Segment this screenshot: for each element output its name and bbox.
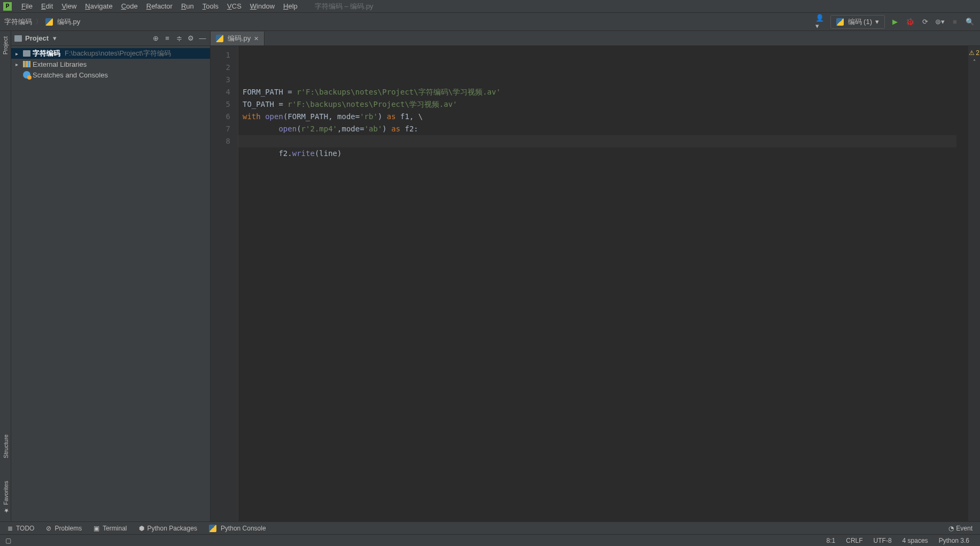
gear-icon[interactable]: ⚙ [186,34,195,42]
breadcrumb-file[interactable]: 编码.py [57,17,80,27]
debug-button[interactable]: 🐞 [905,17,915,27]
tree-item-label: Scratches and Consoles [33,71,108,79]
terminal-tool[interactable]: ▣ Terminal [94,525,127,532]
python-file-icon [45,18,53,26]
expand-arrow-icon[interactable]: ▸ [15,51,21,57]
warning-icon: ⚠ [969,49,975,57]
structure-tool-tab[interactable]: Structure [1,431,10,462]
caret-position[interactable]: 8:1 [821,537,841,544]
project-root-node[interactable]: ▸ 字符编码 F:\backups\notes\Project\字符编码 [11,48,210,59]
line-number[interactable]: 1 [211,49,238,61]
project-panel: Project ▾ ⊕ ≡ ≑ ⚙ — ▸ 字符编码 F:\backups\no… [11,31,211,521]
hide-icon[interactable]: — [198,34,207,42]
chevron-down-icon[interactable]: ▾ [53,34,57,42]
warning-indicator[interactable]: ⚠ 2 [969,49,979,57]
code-editor[interactable]: FORM_PATH = r'F:\backups\notes\Project\字… [238,46,968,521]
menu-view[interactable]: View [57,1,81,11]
menu-run[interactable]: Run [177,1,198,11]
python-console-tool[interactable]: Python Console [209,525,266,532]
line-number[interactable]: 8 [211,135,238,147]
python-packages-tool[interactable]: ⬢ Python Packages [139,525,197,532]
code-line[interactable]: FORM_PATH = r'F:\backups\notes\Project\字… [243,86,968,98]
breadcrumb-sep: 〉 [35,17,42,27]
stop-button[interactable]: ■ [950,17,960,27]
tool-window-toggle-icon[interactable]: ▢ [5,537,11,544]
code-line[interactable] [243,160,968,172]
python-file-icon [216,35,223,42]
breadcrumb-root[interactable]: 字符编码 [4,17,32,27]
editor-tab-label: 编码.py [228,34,251,43]
menu-bar: P FileEditViewNavigateCodeRefactorRunToo… [0,0,980,13]
run-config-label: 编码 (1) [848,17,873,27]
code-line[interactable]: with open(FORM_PATH, mode='rb') as f1, \ [243,111,968,123]
menu-window[interactable]: Window [246,1,279,11]
user-icon[interactable]: 👤▾ [815,17,825,27]
line-number[interactable]: 2 [211,61,238,74]
breadcrumb[interactable]: 字符编码 〉 编码.py [0,17,80,27]
line-number[interactable]: 5 [211,98,238,111]
warning-count: 2 [976,49,979,57]
locate-icon[interactable]: ⊕ [151,34,160,42]
project-panel-header: Project ▾ ⊕ ≡ ≑ ⚙ — [11,31,210,46]
project-tool-tab[interactable]: Project [1,33,10,58]
status-bar: ▢ 8:1 CRLF UTF-8 4 spaces Python 3.6 [0,534,980,546]
code-line[interactable] [243,172,968,184]
chevron-up-icon[interactable]: ˄ [973,59,976,65]
line-number-gutter[interactable]: 12345678 [211,46,238,521]
problems-tool[interactable]: ⊘ Problems [46,525,82,532]
code-line[interactable]: f2.write(line) [243,147,968,160]
bottom-tool-strip: ≣ TODO ⊘ Problems ▣ Terminal ⬢ Python Pa… [0,521,980,534]
window-title: 字符编码 – 编码.py [315,2,374,11]
menu-file[interactable]: File [17,1,37,11]
menu-code[interactable]: Code [117,1,142,11]
menu-help[interactable]: Help [279,1,302,11]
toolbar: 字符编码 〉 编码.py 👤▾ 编码 (1) ▾ ▶ 🐞 ⟳ ⊚▾ ■ 🔍 [0,13,980,31]
todo-tool[interactable]: ≣ TODO [7,525,34,532]
search-everywhere-button[interactable]: 🔍 [965,17,975,27]
file-encoding[interactable]: UTF-8 [868,537,897,544]
external-libraries-node[interactable]: ▸ External Libraries [11,59,210,69]
inspection-strip[interactable]: ⚠ 2 ˄ [968,46,980,521]
menu-edit[interactable]: Edit [37,1,57,11]
close-icon[interactable]: ✕ [254,35,259,42]
event-log-button[interactable]: ◔ Event [948,525,973,532]
line-separator[interactable]: CRLF [841,537,868,544]
line-number[interactable]: 7 [211,123,238,135]
menu-tools[interactable]: Tools [198,1,223,11]
python-file-icon [209,525,216,532]
expand-arrow-icon[interactable]: ▸ [15,61,21,67]
line-number[interactable]: 6 [211,111,238,123]
editor-area: 编码.py ✕ 12345678 FORM_PATH = r'F:\backup… [211,31,980,521]
app-logo: P [3,2,12,11]
menu-vcs[interactable]: VCS [223,1,246,11]
profile-button[interactable]: ⊚▾ [935,17,945,27]
line-number[interactable]: 3 [211,74,238,86]
current-line-highlight [238,135,956,147]
python-interpreter[interactable]: Python 3.6 [934,537,975,544]
code-line[interactable]: open(r'2.mp4',mode='ab') as f2: [243,123,968,135]
scratches-node[interactable]: Scratches and Consoles [11,69,210,80]
expand-all-icon[interactable]: ≡ [163,34,172,42]
project-tree[interactable]: ▸ 字符编码 F:\backups\notes\Project\字符编码 ▸ E… [11,46,210,521]
folder-icon [23,50,30,57]
favorites-tool-tab[interactable]: ★ Favorites [1,478,10,517]
indent-setting[interactable]: 4 spaces [897,537,934,544]
tree-item-label: External Libraries [33,60,87,68]
project-root-path: F:\backups\notes\Project\字符编码 [65,49,171,58]
run-coverage-button[interactable]: ⟳ [920,17,930,27]
run-button[interactable]: ▶ [890,17,900,27]
editor-tab[interactable]: 编码.py ✕ [211,32,265,45]
project-panel-title[interactable]: Project [25,34,49,42]
line-number[interactable]: 4 [211,86,238,98]
menu-navigate[interactable]: Navigate [81,1,116,11]
menu-refactor[interactable]: Refactor [142,1,177,11]
scratch-icon [23,71,30,79]
run-config-selector[interactable]: 编码 (1) ▾ [830,15,885,29]
library-icon [23,61,30,67]
chevron-down-icon: ▾ [875,18,879,26]
python-file-icon [836,18,844,26]
editor-tab-bar: 编码.py ✕ [211,31,980,46]
collapse-all-icon[interactable]: ≑ [175,34,183,42]
folder-icon [14,35,22,42]
code-line[interactable]: TO_PATH = r'F:\backups\notes\Project\学习视… [243,98,968,111]
